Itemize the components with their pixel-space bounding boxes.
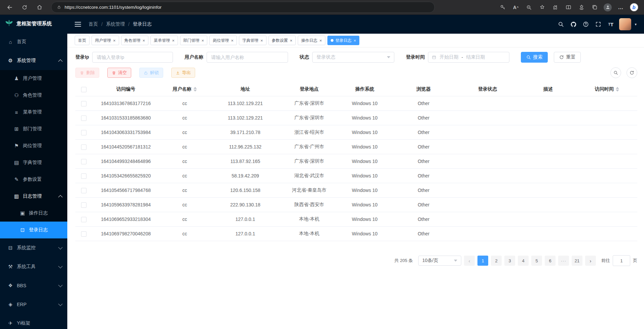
goto-page-input[interactable] <box>613 255 630 266</box>
copilot-icon[interactable]: b <box>629 3 639 12</box>
extensions-puzzle-icon[interactable] <box>550 3 561 12</box>
sort-desc-icon[interactable] <box>616 90 619 92</box>
select-all-checkbox[interactable] <box>81 87 86 92</box>
sidebar-item-user-management[interactable]: ♟用户管理 <box>0 70 67 87</box>
tab-角色管理[interactable]: 角色管理× <box>121 36 149 45</box>
sidebar-item-yi-framework[interactable]: ✈Yi框架 <box>0 314 67 329</box>
address-bar[interactable]: https://ccnetcore.com:1101/system/log/lo… <box>51 2 435 13</box>
row-checkbox[interactable] <box>81 101 86 106</box>
sidebar-item-home[interactable]: ⌂首页 <box>0 32 67 51</box>
browser-back-button[interactable] <box>5 3 15 12</box>
refresh-table-button[interactable] <box>627 67 637 78</box>
tab-岗位管理[interactable]: 岗位管理× <box>209 36 237 45</box>
row-checkbox[interactable] <box>81 202 86 208</box>
breadcrumb-item[interactable]: 首页 <box>88 21 98 27</box>
split-screen-icon[interactable] <box>563 3 574 12</box>
read-aloud-icon[interactable]: A^ <box>510 3 521 12</box>
tab-close-icon[interactable]: × <box>260 38 263 43</box>
browser-profile-avatar[interactable] <box>602 3 613 12</box>
tab-close-icon[interactable]: × <box>319 38 322 43</box>
more-pages-button[interactable]: ··· <box>558 256 569 266</box>
page-button-5[interactable]: 5 <box>531 256 542 266</box>
tab-操作日志[interactable]: 操作日志× <box>298 36 325 45</box>
page-button-3[interactable]: 3 <box>504 256 515 266</box>
prev-page-button[interactable]: ‹ <box>464 256 475 266</box>
user-name-input[interactable] <box>207 52 288 63</box>
font-size-icon[interactable]: TT <box>607 20 615 28</box>
user-avatar[interactable] <box>619 18 631 30</box>
sidebar-item-role-management[interactable]: ⚇角色管理 <box>0 87 67 104</box>
sidebar-item-dict-management[interactable]: ▤字典管理 <box>0 154 67 171</box>
sidebar-item-post-management[interactable]: ⚑岗位管理 <box>0 137 67 154</box>
clear-button[interactable]: 清空 <box>107 68 131 78</box>
zoom-out-icon[interactable] <box>524 3 534 12</box>
sidebar-item-menu-management[interactable]: ≡菜单管理 <box>0 104 67 121</box>
status-select[interactable]: 登录状态 <box>312 52 394 63</box>
tab-close-icon[interactable]: × <box>172 38 175 43</box>
sidebar-item-param-settings[interactable]: ✎参数设置 <box>0 171 67 188</box>
login-ip-input[interactable] <box>92 52 173 63</box>
sidebar-item-system-management[interactable]: ⚙系统管理 <box>0 51 67 70</box>
tab-字典管理[interactable]: 字典管理× <box>239 36 266 45</box>
row-checkbox[interactable] <box>81 173 86 179</box>
tab-close-icon[interactable]: × <box>231 38 234 43</box>
browser-more-icon[interactable]: … <box>615 3 626 12</box>
browser-refresh-button[interactable] <box>20 3 30 12</box>
export-button[interactable]: 导出 <box>171 68 195 78</box>
tab-部门管理[interactable]: 部门管理× <box>180 36 208 45</box>
sidebar-collapse-icon[interactable] <box>75 22 81 27</box>
page-button-6[interactable]: 6 <box>545 256 556 266</box>
tab-close-icon[interactable]: × <box>143 38 145 43</box>
search-button[interactable]: 搜索 <box>521 52 548 63</box>
tab-close-icon[interactable]: × <box>354 38 356 43</box>
reset-button[interactable]: 重置 <box>554 52 581 63</box>
tab-用户管理[interactable]: 用户管理× <box>92 36 119 45</box>
sort-asc-icon[interactable] <box>616 87 619 89</box>
sidebar-item-system-tools[interactable]: ⚒系统工具 <box>0 257 67 276</box>
unlock-button[interactable]: 解锁 <box>139 68 163 78</box>
sort-desc-icon[interactable] <box>193 90 197 92</box>
sidebar-item-erp[interactable]: ◈ERP <box>0 295 67 314</box>
browser-home-button[interactable] <box>34 3 44 12</box>
row-checkbox[interactable] <box>81 188 86 193</box>
row-checkbox[interactable] <box>81 231 86 237</box>
breadcrumb-item[interactable]: 登录日志 <box>133 21 152 27</box>
tab-close-icon[interactable]: × <box>202 38 204 43</box>
page-size-select[interactable]: 10条/页 <box>418 256 461 266</box>
sidebar-item-dept-management[interactable]: ⊞部门管理 <box>0 121 67 137</box>
page-button-21[interactable]: 21 <box>572 256 582 266</box>
row-checkbox[interactable] <box>81 116 86 121</box>
page-button-2[interactable]: 2 <box>491 256 502 266</box>
sort-asc-icon[interactable] <box>193 87 197 89</box>
tab-close-icon[interactable]: × <box>113 38 116 43</box>
github-icon[interactable] <box>569 20 577 28</box>
favorites-star-icon[interactable] <box>537 3 547 12</box>
sidebar-item-operation-log[interactable]: ▣操作日志 <box>0 205 67 222</box>
tab-菜单管理[interactable]: 菜单管理× <box>150 36 178 45</box>
row-checkbox[interactable] <box>81 144 86 150</box>
breadcrumb-item[interactable]: 系统管理 <box>106 21 125 27</box>
sidebar-item-log-management[interactable]: ▥日志管理 <box>0 188 67 205</box>
next-page-button[interactable]: › <box>585 256 596 266</box>
tab-首页[interactable]: 首页 <box>75 36 90 45</box>
tab-登录日志[interactable]: 登录日志× <box>327 36 360 45</box>
help-icon[interactable] <box>582 20 590 28</box>
date-range-picker[interactable]: 开始日期 - 结束日期 <box>428 52 509 63</box>
collections-icon[interactable] <box>589 3 600 12</box>
tab-close-icon[interactable]: × <box>290 38 293 43</box>
delete-button[interactable]: 删除 <box>75 68 99 78</box>
password-key-icon[interactable] <box>497 3 508 12</box>
fullscreen-icon[interactable] <box>594 20 602 28</box>
tab-参数设置[interactable]: 参数设置× <box>269 36 296 45</box>
row-checkbox[interactable] <box>81 130 86 135</box>
sidebar-item-login-log[interactable]: ⊡登录日志 <box>0 222 67 238</box>
page-button-4[interactable]: 4 <box>518 256 529 266</box>
show-search-toggle-button[interactable] <box>610 67 621 78</box>
header-search-icon[interactable] <box>557 20 565 28</box>
page-button-1[interactable]: 1 <box>477 256 488 266</box>
favorites-bar-icon[interactable] <box>576 3 587 12</box>
row-checkbox[interactable] <box>81 159 86 164</box>
sidebar-item-system-monitor[interactable]: ⊟系统监控 <box>0 238 67 257</box>
row-checkbox[interactable] <box>81 217 86 222</box>
avatar-caret-icon[interactable]: ▾ <box>635 22 637 27</box>
